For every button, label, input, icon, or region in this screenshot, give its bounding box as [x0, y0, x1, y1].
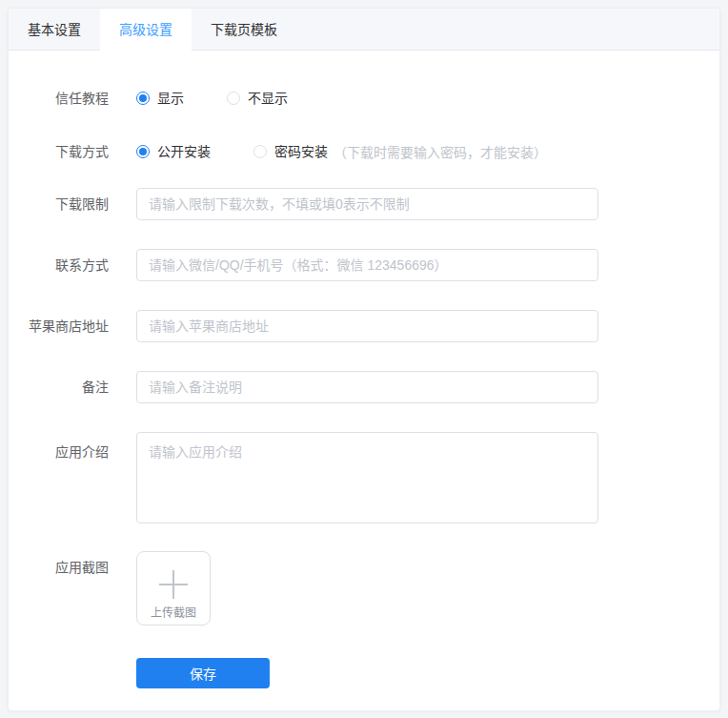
trust-tutorial-label: 信任教程 [20, 89, 109, 108]
tab-advanced-settings[interactable]: 高级设置 [100, 9, 192, 51]
remark-row: 备注 [20, 371, 719, 403]
save-button[interactable]: 保存 [136, 658, 270, 688]
download-limit-row: 下载限制 [20, 188, 719, 220]
radio-public-install-label: 公开安装 [157, 142, 211, 161]
contact-input[interactable] [136, 249, 598, 281]
radio-show-label: 显示 [157, 89, 184, 108]
tabs-header: 基本设置 高级设置 下载页模板 [9, 9, 719, 51]
app-screenshot-label: 应用截图 [20, 551, 109, 577]
trust-tutorial-row: 信任教程 显示 不显示 [20, 89, 719, 108]
radio-hide-label: 不显示 [248, 89, 288, 108]
app-intro-label: 应用介绍 [20, 432, 109, 462]
download-method-label: 下载方式 [20, 142, 109, 161]
settings-card: 基本设置 高级设置 下载页模板 信任教程 显示 不显示 下载方式 [8, 8, 720, 711]
radio-public-install[interactable]: 公开安装 [136, 142, 211, 161]
apple-store-input[interactable] [136, 310, 598, 342]
app-screenshot-row: 应用截图 上传截图 [20, 551, 719, 626]
tab-basic-settings[interactable]: 基本设置 [9, 9, 100, 51]
radio-password-install-label: 密码安装 [274, 142, 328, 161]
download-limit-input[interactable] [136, 188, 598, 220]
contact-row: 联系方式 [20, 249, 719, 281]
app-intro-row: 应用介绍 [20, 432, 719, 523]
remark-label: 备注 [20, 378, 109, 397]
apple-store-row: 苹果商店地址 [20, 310, 719, 342]
app-intro-textarea[interactable] [136, 432, 598, 523]
trust-tutorial-radio-group: 显示 不显示 [136, 89, 331, 108]
contact-label: 联系方式 [20, 256, 109, 275]
radio-icon [253, 145, 267, 158]
radio-password-install[interactable]: 密码安装 [253, 142, 328, 161]
radio-icon [136, 92, 150, 105]
password-install-note: （下载时需要输入密码，才能安装） [334, 142, 547, 161]
plus-icon [159, 570, 188, 599]
upload-screenshot-text: 上传截图 [151, 604, 196, 620]
apple-store-label: 苹果商店地址 [20, 317, 109, 336]
download-limit-label: 下载限制 [20, 195, 109, 214]
radio-show[interactable]: 显示 [136, 89, 184, 108]
tab-download-page-template[interactable]: 下载页模板 [192, 9, 296, 51]
remark-input[interactable] [136, 371, 598, 403]
download-method-radio-group: 公开安装 密码安装 （下载时需要输入密码，才能安装） [136, 142, 547, 161]
save-row: 保存 [20, 658, 719, 688]
advanced-settings-form: 信任教程 显示 不显示 下载方式 公开安装 [9, 51, 719, 688]
radio-icon [227, 92, 240, 105]
upload-screenshot-button[interactable]: 上传截图 [136, 551, 211, 626]
download-method-row: 下载方式 公开安装 密码安装 （下载时需要输入密码，才能安装） [20, 142, 719, 161]
radio-icon [136, 145, 150, 158]
radio-hide[interactable]: 不显示 [227, 89, 288, 108]
